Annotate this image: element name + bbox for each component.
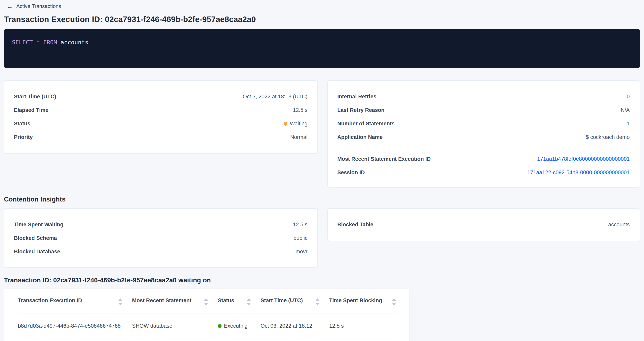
blocked-schema-label: Blocked Schema <box>14 235 57 241</box>
sort-icon[interactable] <box>392 298 396 306</box>
number-of-statements-row: Number of Statements 1 <box>337 117 630 130</box>
column-header-status[interactable]: Status <box>218 298 260 314</box>
transaction-details-page: ← Active Transactions Transaction Execut… <box>0 0 644 341</box>
sql-statement: SELECT * FROM accounts <box>12 39 632 46</box>
sql-keyword: SELECT <box>12 39 33 46</box>
statement-execution-id-label: Most Recent Statement Execution ID <box>337 156 431 162</box>
sort-icon[interactable] <box>315 298 320 306</box>
last-retry-reason-row: Last Retry Reason N/A <box>337 103 630 117</box>
status-row: Status Waiting <box>14 117 308 130</box>
cell-start-time: Oct 03, 2022 at 18:12 <box>260 323 329 329</box>
blocked-table-label: Blocked Table <box>337 222 373 228</box>
waiting-status-dot-icon <box>284 122 288 126</box>
internal-retries-label: Internal Retries <box>337 94 376 100</box>
waiting-on-table-header: Transaction Execution ID Most Recent Sta… <box>18 289 398 314</box>
sql-table-name: accounts <box>57 39 88 46</box>
number-of-statements-value: 1 <box>627 121 630 127</box>
status-value: Waiting <box>284 121 308 127</box>
sort-icon[interactable] <box>246 298 251 306</box>
waiting-on-table: Transaction Execution ID Most Recent Sta… <box>4 289 409 341</box>
contention-waiting-card: Time Spent Waiting 12.5 s Blocked Schema… <box>4 208 318 268</box>
column-header-time-spent-blocking[interactable]: Time Spent Blocking <box>329 298 398 314</box>
sort-icon[interactable] <box>204 298 208 306</box>
statement-execution-id-row: Most Recent Statement Execution ID 171aa… <box>337 152 630 166</box>
contention-cards-row: Time Spent Waiting 12.5 s Blocked Schema… <box>4 208 640 268</box>
executing-status-dot-icon <box>218 324 222 328</box>
priority-value: Normal <box>290 134 308 140</box>
column-header-label: Most Recent Statement <box>132 298 192 307</box>
card-divider <box>337 148 630 148</box>
session-id-label: Session ID <box>337 170 365 176</box>
start-time-row: Start Time (UTC) Oct 3, 2022 at 18:13 (U… <box>14 90 308 103</box>
cell-transaction-execution-id: b8d7d03a-d497-446b-8474-e50846674768 <box>18 323 132 329</box>
column-header-label: Transaction Execution ID <box>18 298 82 307</box>
contention-insights-heading: Contention Insights <box>4 196 640 203</box>
table-row: b8d7d03a-d497-446b-8474-e50846674768 SHO… <box>18 314 398 339</box>
column-header-most-recent-statement[interactable]: Most Recent Statement <box>132 298 218 314</box>
session-id-link[interactable]: 171aa122-c092-54b8-0000-000000000001 <box>527 170 630 176</box>
overview-cards-row: Start Time (UTC) Oct 3, 2022 at 18:13 (U… <box>4 80 640 188</box>
start-time-label: Start Time (UTC) <box>14 94 56 100</box>
session-id-row: Session ID 171aa122-c092-54b8-0000-00000… <box>337 166 630 179</box>
blocked-database-row: Blocked Database movr <box>14 245 308 258</box>
contention-blocked-table-card: Blocked Table accounts <box>327 208 640 241</box>
column-header-start-time[interactable]: Start Time (UTC) <box>260 298 329 314</box>
sql-text: * <box>33 39 43 46</box>
cell-status: Executing <box>218 323 260 329</box>
number-of-statements-label: Number of Statements <box>337 121 394 127</box>
column-header-label: Start Time (UTC) <box>260 298 303 307</box>
start-time-value: Oct 3, 2022 at 18:13 (UTC) <box>243 94 308 100</box>
column-header-label: Status <box>218 298 234 307</box>
elapsed-time-label: Elapsed Time <box>14 107 48 113</box>
blocked-schema-row: Blocked Schema public <box>14 231 308 245</box>
back-link-active-transactions[interactable]: ← Active Transactions <box>7 0 61 9</box>
elapsed-time-value: 12.5 s <box>293 107 308 113</box>
sort-icon[interactable] <box>118 298 122 306</box>
sql-statement-box: SELECT * FROM accounts <box>4 29 640 68</box>
back-arrow-icon: ← <box>7 3 13 9</box>
application-name-label: Application Name <box>337 134 383 140</box>
execution-summary-card: Start Time (UTC) Oct 3, 2022 at 18:13 (U… <box>4 80 318 154</box>
page-title: Transaction Execution ID: 02ca7931-f246-… <box>4 15 640 24</box>
priority-label: Priority <box>14 134 33 140</box>
status-text: Waiting <box>290 121 308 127</box>
waiting-on-heading: Transaction ID: 02ca7931-f246-469b-b2fe-… <box>4 276 640 284</box>
cell-most-recent-statement: SHOW database <box>132 323 218 329</box>
execution-details-card: Internal Retries 0 Last Retry Reason N/A… <box>327 80 640 188</box>
time-spent-waiting-row: Time Spent Waiting 12.5 s <box>14 218 308 231</box>
blocked-database-value: movr <box>296 249 308 255</box>
sql-keyword: FROM <box>43 39 57 46</box>
column-header-label: Time Spent Blocking <box>329 298 382 307</box>
application-name-row: Application Name $ cockroach demo <box>337 130 630 144</box>
last-retry-reason-value: N/A <box>621 107 630 113</box>
priority-row: Priority Normal <box>14 130 308 144</box>
blocked-table-row: Blocked Table accounts <box>337 218 630 231</box>
time-spent-waiting-value: 12.5 s <box>293 222 308 228</box>
time-spent-waiting-label: Time Spent Waiting <box>14 222 64 228</box>
internal-retries-row: Internal Retries 0 <box>337 90 630 103</box>
internal-retries-value: 0 <box>627 94 630 100</box>
column-header-transaction-execution-id[interactable]: Transaction Execution ID <box>18 298 132 314</box>
blocked-table-value: accounts <box>608 222 630 228</box>
blocked-schema-value: public <box>293 235 308 241</box>
statement-execution-id-link[interactable]: 171aa1b478fdf0e80000000000000001 <box>537 156 630 162</box>
last-retry-reason-label: Last Retry Reason <box>337 107 384 113</box>
elapsed-time-row: Elapsed Time 12.5 s <box>14 103 308 117</box>
breadcrumb-label: Active Transactions <box>16 3 61 9</box>
cell-status-text: Executing <box>224 323 248 329</box>
blocked-database-label: Blocked Database <box>14 249 60 255</box>
application-name-value: $ cockroach demo <box>586 134 630 140</box>
status-label: Status <box>14 121 30 127</box>
cell-time-spent-blocking: 12.5 s <box>329 323 398 329</box>
